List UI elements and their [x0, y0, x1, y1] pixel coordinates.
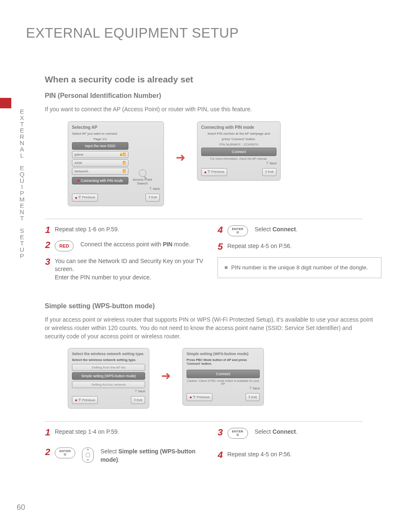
panel-selecting-ap: Selecting AP Select AP you want to conne… — [68, 121, 164, 206]
step-number: 3 — [45, 257, 51, 266]
section1-steps: 1Repeat step 1-6 on P.59. 2 RED Connect … — [45, 225, 381, 288]
page-title: EXTERNAL EQUIPMENT SETUP — [26, 25, 381, 41]
arrow-icon: ➜ — [161, 369, 171, 383]
panel-sub: Select the wireless network setting type… — [72, 358, 145, 362]
step-text: Select Connect. — [255, 225, 381, 234]
arrow-icon: ➜ — [176, 151, 185, 164]
panel-note: For more information, check the AP manua… — [201, 157, 276, 160]
panel-pin-mode: Connecting with PIN mode Insert PIN numb… — [197, 121, 281, 181]
previous-button[interactable]: ●ꔅ Previous — [201, 168, 227, 176]
section2-steps: 1Repeat step 1-4 on P.59. 2 ENTER⊙ ⌃⌄ Se… — [45, 428, 381, 470]
ap-item[interactable]: iptime🔒📶 — [72, 151, 128, 158]
exit-button[interactable]: ꕉ Exit — [262, 168, 276, 176]
step-text: Repeat step 1-6 on P.59. — [55, 225, 209, 234]
signal-icon: 📶 — [123, 169, 126, 173]
panel-sub: Press PBC Mode button of AP and press 'C… — [187, 358, 260, 366]
step-text: You can see the Network ID and Security … — [55, 257, 209, 282]
next-hint: ꔉ Next — [201, 161, 276, 166]
step-text: Repeat step 4-5 on P.56. — [228, 450, 382, 459]
info-text: PIN number is the unique 8 digit number … — [231, 263, 368, 272]
panel-network-type: Select the wireless network setting type… — [68, 348, 149, 409]
info-box: ■ PIN number is the unique 8 digit numbe… — [217, 257, 382, 278]
page-number: 60 — [17, 503, 25, 512]
step-text: Repeat step 4-5 on P.56. — [228, 242, 382, 251]
enter-button: ENTER⊙ — [228, 225, 248, 236]
section2-subheading: Simple setting (WPS-button mode) — [45, 302, 381, 310]
next-hint: ꔉ Next — [72, 389, 145, 394]
exit-button[interactable]: ꕉ Exit — [146, 194, 160, 202]
search-label: Access Point Search — [131, 178, 154, 186]
panel-sub: Select AP you want to connect. — [72, 132, 160, 136]
panel-title: Selecting AP — [72, 125, 160, 130]
step-number: 4 — [217, 225, 223, 235]
nav-button: ⌃⌄ — [82, 448, 94, 463]
step-number: 5 — [217, 242, 223, 251]
ap-item[interactable]: ASW📶 — [72, 159, 128, 166]
step-number: 1 — [45, 428, 51, 437]
panel-sub: press 'Connect' button. — [201, 137, 276, 141]
pin-mode-button[interactable]: ■Connecting with PIN mode — [72, 177, 128, 184]
panel-title: Select the wireless network setting type… — [72, 352, 145, 356]
exit-button[interactable]: ꕉ Exit — [131, 396, 145, 404]
pin-value: PIN NUBMER : 12345670 — [201, 143, 276, 146]
option-adhoc[interactable]: Setting Ad-hoc network — [72, 381, 145, 388]
ap-label: Network1 — [74, 169, 89, 173]
previous-button[interactable]: ●ꔅ Previous — [72, 396, 98, 404]
step-number: 1 — [45, 225, 51, 235]
search-icon — [139, 169, 146, 177]
side-title: EXTERNAL EQUIPMENT SETUP — [18, 108, 26, 258]
panel-note: Caution: Check if PBC mode button is ava… — [187, 379, 260, 385]
next-hint: ꔉ Next — [187, 386, 260, 391]
signal-icon: 📶 — [123, 161, 126, 164]
input-ssid[interactable]: Input the new SSID — [72, 142, 128, 150]
ap-label: ASW — [74, 161, 82, 165]
step-number: 4 — [217, 450, 223, 460]
connect-button[interactable]: Connect — [201, 148, 276, 156]
section1-heading: When a security code is already set — [45, 74, 381, 84]
step-number: 3 — [217, 428, 223, 437]
step-number: 2 — [45, 240, 51, 250]
search-box[interactable]: Access Point Search — [131, 137, 154, 186]
section1-subheading: PIN (Personal Identification Number) — [45, 92, 381, 100]
section2-intro: If your access point or wireless router … — [45, 316, 373, 340]
panel-wps-connect: Simple setting (WPS-button mode) Press P… — [182, 348, 264, 406]
previous-button[interactable]: ●ꔅ Previous — [72, 194, 98, 202]
connect-button[interactable]: Connect — [187, 370, 260, 378]
enter-button: ENTER⊙ — [55, 448, 75, 458]
red-button: RED — [55, 240, 74, 251]
page-indicator: Page 1/1 — [72, 137, 128, 141]
step-number: 2 — [45, 448, 51, 457]
ap-label: iptime — [74, 153, 83, 156]
page-content: EXTERNAL EQUIPMENT SETUP When a security… — [26, 25, 381, 470]
bullet-icon: ■ — [225, 263, 228, 272]
accent-bar — [0, 98, 11, 108]
step-text: Connect the acccess point with PIN mode. — [80, 240, 209, 249]
option-wps[interactable]: Simple setting (WPS-button mode) — [72, 372, 145, 380]
panel-title: Connecting with PIN mode — [201, 125, 276, 130]
exit-button[interactable]: ꕉ Exit — [246, 393, 260, 401]
signal-icon: 🔒📶 — [119, 153, 126, 156]
step-text: Repeat step 1-4 on P.59. — [55, 428, 209, 436]
section2-screens: Select the wireless network setting type… — [68, 348, 381, 409]
next-hint: ꔉ Next — [72, 187, 160, 191]
enter-button: ENTER⊙ — [228, 428, 248, 439]
option-ap-list[interactable]: Setting from the AP list — [72, 364, 145, 371]
step-text: Select Connect. — [255, 428, 381, 436]
panel-title: Simple setting (WPS-button mode) — [187, 352, 260, 356]
section1-screens: Selecting AP Select AP you want to conne… — [68, 121, 381, 206]
previous-button[interactable]: ●ꔅ Previous — [187, 393, 212, 401]
panel-sub: Insert PIN number at the AP webpage and — [201, 132, 276, 136]
section1-intro: If you want to connect the AP (Access Po… — [45, 105, 373, 114]
ap-item[interactable]: Network1📶 — [72, 168, 128, 175]
step-text: Select Simple setting (WPS-button mode). — [100, 448, 209, 464]
